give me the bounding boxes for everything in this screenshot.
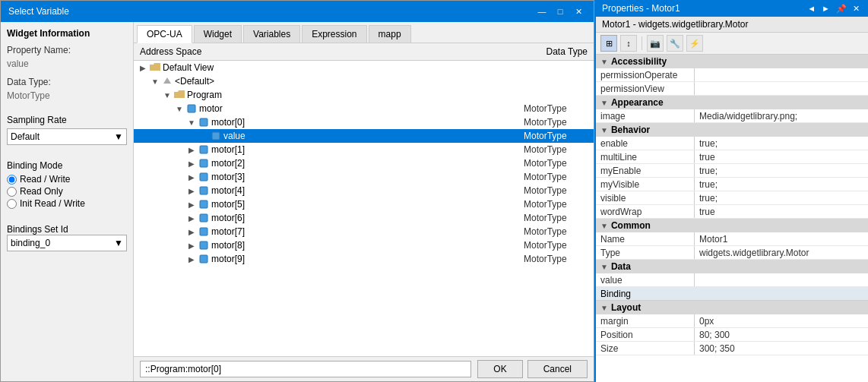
binding-mode-section: Binding Mode Read / Write Read Only Init… <box>7 154 127 209</box>
props-tool-lightning-button[interactable]: ⚡ <box>686 35 703 52</box>
tree-row[interactable]: ▶motor[7]MotorType <box>134 225 594 238</box>
tree-row[interactable]: ▶motor[9]MotorType <box>134 252 594 266</box>
tree-expander-icon[interactable]: ▶ <box>185 198 198 210</box>
props-tool-grid-button[interactable]: ⊞ <box>600 35 617 52</box>
props-tool-camera-button[interactable]: 📷 <box>647 35 664 52</box>
tree-row[interactable]: ▶motor[8]MotorType <box>134 238 594 252</box>
tree-row[interactable]: ▶motor[4]MotorType <box>134 184 594 197</box>
tree-node-icon <box>198 226 210 238</box>
tree-row[interactable]: ▼Program <box>134 88 594 102</box>
tree-row[interactable]: ▶motor[5]MotorType <box>134 197 594 211</box>
radio-init-read-write-input[interactable] <box>7 199 17 209</box>
props-section-header[interactable]: ▼Behavior <box>596 123 868 137</box>
tree-row[interactable]: ▶motor[3]MotorType <box>134 170 594 184</box>
dialog-minimize-button[interactable]: — <box>534 5 550 17</box>
props-row[interactable]: myEnabletrue; <box>596 164 868 178</box>
props-forward-button[interactable]: ► <box>819 4 832 14</box>
props-row[interactable]: myVisibletrue; <box>596 178 868 191</box>
props-row[interactable]: permissionOperate <box>596 68 868 82</box>
tab-expression[interactable]: Expression <box>302 25 366 43</box>
dialog-close-button[interactable]: ✕ <box>571 5 586 17</box>
tree-row[interactable]: ▼<Default> <box>134 74 594 88</box>
tree-expander-icon[interactable]: ▶ <box>185 157 198 169</box>
props-section-header[interactable]: ▼Data <box>596 260 868 273</box>
props-key: image <box>596 109 695 122</box>
tree-expander-icon[interactable]: ▶ <box>185 239 198 251</box>
tab-opc-ua[interactable]: OPC-UA <box>137 25 192 43</box>
props-value[interactable]: Motor1 <box>695 234 868 245</box>
props-section-header[interactable]: ▼Common <box>596 219 868 232</box>
tab-variables[interactable]: Variables <box>243 25 300 43</box>
props-pin-button[interactable]: 📌 <box>834 4 849 14</box>
props-section-header[interactable]: ▼Accessibility <box>596 55 868 68</box>
ok-button[interactable]: OK <box>477 360 522 378</box>
tree-expander-icon[interactable]: ▼ <box>149 75 161 87</box>
props-value[interactable]: true <box>695 152 868 163</box>
tree-expander-icon[interactable]: ▶ <box>185 253 198 265</box>
tree-row[interactable]: valueMotorType <box>134 129 594 143</box>
svg-marker-0 <box>163 77 171 84</box>
tree-node-datatype: MotorType <box>518 226 594 237</box>
tab-bar: OPC-UA Widget Variables Expression mapp <box>134 22 594 43</box>
props-value[interactable]: 80; 300 <box>695 330 868 340</box>
props-tool-sort-button[interactable]: ↕ <box>620 35 637 52</box>
tree-row[interactable]: ▼motorMotorType <box>134 102 594 115</box>
props-row[interactable]: Position80; 300 <box>596 328 868 342</box>
props-row[interactable]: multiLinetrue <box>596 150 868 164</box>
tree-row[interactable]: ▼motor[0]MotorType <box>134 115 594 129</box>
radio-read-write-input[interactable] <box>7 175 17 185</box>
tree-expander-icon[interactable]: ▶ <box>185 144 198 156</box>
tree-row[interactable]: ▶motor[1]MotorType <box>134 143 594 156</box>
props-value[interactable]: true; <box>695 193 868 204</box>
tree-expander-icon[interactable]: ▶ <box>137 62 149 74</box>
props-section-header[interactable]: ▼Layout <box>596 301 868 314</box>
tree-expander-icon[interactable]: ▶ <box>185 226 198 238</box>
radio-read-only[interactable]: Read Only <box>7 186 127 197</box>
cancel-button[interactable]: Cancel <box>527 360 588 378</box>
radio-read-only-input[interactable] <box>7 187 17 197</box>
props-row[interactable]: visibletrue; <box>596 191 868 205</box>
tree-expander-icon[interactable]: ▼ <box>161 89 173 101</box>
props-value[interactable]: true; <box>695 179 868 190</box>
props-close-button[interactable]: ✕ <box>851 4 862 14</box>
tree-expander-icon[interactable]: ▼ <box>173 103 185 115</box>
props-row[interactable]: enabletrue; <box>596 137 868 150</box>
svg-rect-2 <box>200 118 207 126</box>
props-value[interactable]: 300; 350 <box>695 343 868 354</box>
props-row[interactable]: value <box>596 273 868 287</box>
bindings-set-dropdown[interactable]: binding_0 ▼ <box>7 235 127 251</box>
props-value[interactable]: widgets.widgetlibrary.Motor <box>695 248 868 258</box>
props-row[interactable]: NameMotor1 <box>596 232 868 246</box>
props-row[interactable]: Typewidgets.widgetlibrary.Motor <box>596 246 868 260</box>
tab-mapp[interactable]: mapp <box>369 25 411 43</box>
radio-init-read-write[interactable]: Init Read / Write <box>7 198 127 209</box>
tree-row[interactable]: ▶motor[6]MotorType <box>134 211 594 225</box>
props-value[interactable]: true; <box>695 138 868 149</box>
tree-expander-icon[interactable] <box>198 130 210 142</box>
props-row[interactable]: permissionView <box>596 82 868 96</box>
props-row[interactable]: imageMedia/widgetlibrary.png; <box>596 109 868 123</box>
tree-expander-icon[interactable]: ▶ <box>185 185 198 197</box>
tree-node-icon <box>185 103 198 115</box>
props-sub-row[interactable]: Binding <box>596 287 868 301</box>
props-tool-wrench-button[interactable]: 🔧 <box>667 35 683 52</box>
tab-widget[interactable]: Widget <box>194 25 242 43</box>
props-row[interactable]: margin0px <box>596 314 868 328</box>
tree-row[interactable]: ▶motor[2]MotorType <box>134 156 594 170</box>
sampling-rate-dropdown[interactable]: Default ▼ <box>7 128 127 145</box>
dialog-maximize-button[interactable]: □ <box>553 5 568 17</box>
props-row[interactable]: wordWraptrue <box>596 205 868 219</box>
tree-expander-icon[interactable]: ▶ <box>185 212 198 224</box>
props-value[interactable]: 0px <box>695 316 868 327</box>
tree-container[interactable]: ▶Default View▼<Default>▼Program▼motorMot… <box>134 61 594 356</box>
props-section-header[interactable]: ▼Appearance <box>596 96 868 109</box>
props-value[interactable]: Media/widgetlibrary.png; <box>695 111 868 122</box>
tree-expander-icon[interactable]: ▼ <box>185 116 198 128</box>
props-value[interactable]: true; <box>695 166 868 176</box>
props-row[interactable]: Size300; 350 <box>596 342 868 355</box>
props-back-button[interactable]: ◄ <box>805 4 818 14</box>
radio-read-write[interactable]: Read / Write <box>7 174 127 185</box>
props-value[interactable]: true <box>695 207 868 217</box>
tree-row[interactable]: ▶Default View <box>134 61 594 74</box>
tree-expander-icon[interactable]: ▶ <box>185 171 198 183</box>
